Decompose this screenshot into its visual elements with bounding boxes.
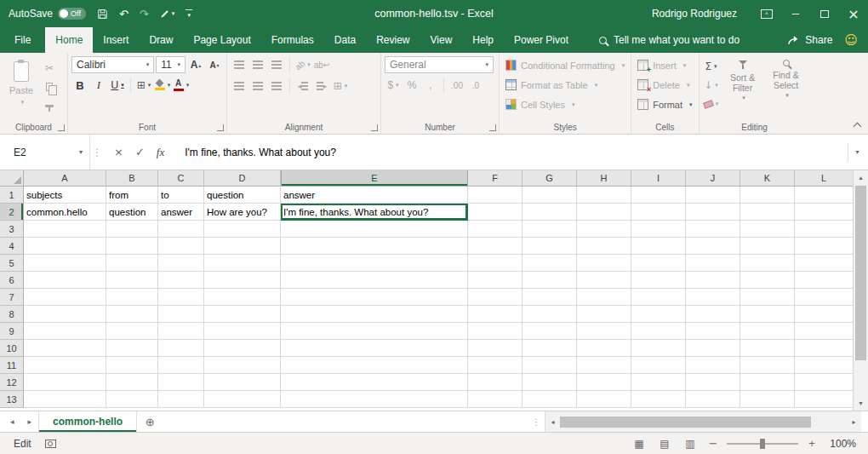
cell-D8[interactable] [204, 306, 281, 323]
autosum-button[interactable]: Σ [703, 58, 720, 75]
cell-G11[interactable] [523, 357, 577, 374]
page-layout-view-button[interactable]: ▤ [655, 435, 674, 452]
cell-H6[interactable] [577, 272, 631, 289]
fill-color-button[interactable] [154, 77, 171, 94]
cancel-button[interactable]: × [114, 146, 123, 158]
cell-L7[interactable] [795, 289, 853, 306]
cell-D12[interactable] [204, 374, 281, 391]
cell-I12[interactable] [631, 374, 686, 391]
scroll-up-arrow[interactable]: ▴ [854, 170, 868, 185]
cell-D7[interactable] [204, 289, 281, 306]
cell-G10[interactable] [523, 340, 577, 357]
cell-L6[interactable] [795, 272, 853, 289]
cell-C2[interactable]: answer [158, 204, 204, 221]
cell-C13[interactable] [158, 391, 204, 408]
cell-B4[interactable] [106, 238, 158, 255]
share-button[interactable]: Share [777, 27, 842, 53]
cell-L3[interactable] [795, 221, 853, 238]
cell-G5[interactable] [523, 255, 577, 272]
cut-button[interactable]: ✂ [41, 60, 58, 77]
cell-J13[interactable] [686, 391, 740, 408]
expand-formula-bar-button[interactable]: ▾ [848, 143, 866, 162]
format-painter-button[interactable] [41, 97, 58, 114]
cell-G1[interactable] [523, 187, 577, 204]
cell-B5[interactable] [106, 255, 158, 272]
cell-I11[interactable] [631, 357, 686, 374]
cell-L10[interactable] [795, 340, 853, 357]
decrease-indent-button[interactable]: ◂ [294, 78, 311, 95]
cell-H2[interactable] [577, 204, 631, 221]
tab-review[interactable]: Review [366, 27, 420, 53]
cell-F12[interactable] [468, 374, 523, 391]
cell-H7[interactable] [577, 289, 631, 306]
cell-J2[interactable] [686, 204, 740, 221]
align-bottom-button[interactable] [268, 56, 285, 73]
cell-H11[interactable] [577, 357, 631, 374]
cell-K7[interactable] [740, 289, 795, 306]
cell-C12[interactable] [158, 374, 204, 391]
tab-insert[interactable]: Insert [93, 27, 139, 53]
alignment-dialog-launcher[interactable] [371, 124, 378, 131]
insert-cells-button[interactable]: Insert [635, 56, 694, 74]
cell-L8[interactable] [795, 306, 853, 323]
format-cells-button[interactable]: Format [635, 95, 694, 113]
formula-input[interactable]: I'm fine, thanks. What about you? [174, 147, 848, 158]
cell-J8[interactable] [686, 306, 740, 323]
tab-file[interactable]: File [0, 27, 45, 53]
cell-K13[interactable] [740, 391, 795, 408]
cell-styles-button[interactable]: Cell Styles [503, 95, 627, 113]
column-header-G[interactable]: G [523, 170, 577, 187]
row-header-10[interactable]: 10 [0, 340, 24, 357]
column-header-D[interactable]: D [204, 170, 281, 187]
cell-F3[interactable] [468, 221, 523, 238]
align-right-button[interactable] [268, 78, 285, 95]
tab-splitter-gripper[interactable]: ⋮ [528, 411, 545, 432]
zoom-percentage[interactable]: 100% [825, 438, 856, 450]
touch-mouse-mode-button[interactable]: ▾ [160, 9, 175, 19]
column-header-L[interactable]: L [795, 170, 853, 187]
bold-button[interactable]: B [71, 77, 89, 94]
cell-A11[interactable] [24, 357, 106, 374]
cell-K6[interactable] [740, 272, 795, 289]
font-size-combo[interactable]: 11 [156, 56, 186, 73]
cell-D9[interactable] [204, 323, 281, 340]
cell-F2[interactable] [468, 204, 523, 221]
cell-D11[interactable] [204, 357, 281, 374]
cell-B3[interactable] [106, 221, 158, 238]
collapse-ribbon-button[interactable] [853, 121, 861, 129]
align-top-button[interactable] [231, 56, 248, 73]
horizontal-scrollbar[interactable]: ◂ ▸ [545, 411, 861, 432]
sheet-tab-common-hello[interactable]: common-hello [38, 411, 137, 432]
enter-button[interactable]: ✓ [135, 146, 145, 158]
cell-A8[interactable] [24, 306, 106, 323]
cell-K12[interactable] [740, 374, 795, 391]
cell-A9[interactable] [24, 323, 106, 340]
find-select-button[interactable]: Find & Select [766, 56, 807, 112]
cell-G7[interactable] [523, 289, 577, 306]
tell-me-search[interactable]: Tell me what you want to do [599, 27, 740, 53]
tab-help[interactable]: Help [462, 27, 504, 53]
cell-J10[interactable] [686, 340, 740, 357]
cell-A13[interactable] [24, 391, 106, 408]
cell-A4[interactable] [24, 238, 106, 255]
cell-J9[interactable] [686, 323, 740, 340]
tab-formulas[interactable]: Formulas [261, 27, 324, 53]
cell-E4[interactable] [281, 238, 468, 255]
cell-I5[interactable] [631, 255, 686, 272]
font-color-button[interactable]: A [173, 77, 190, 94]
tab-draw[interactable]: Draw [139, 27, 183, 53]
user-name[interactable]: Rodrigo Rodriguez [652, 8, 737, 20]
cell-A2[interactable]: common.hello [24, 204, 106, 221]
name-box[interactable]: E2 [0, 135, 90, 170]
cell-G12[interactable] [523, 374, 577, 391]
decrease-font-size-button[interactable]: A▾ [206, 56, 223, 73]
close-button[interactable]: × [839, 0, 868, 27]
row-header-9[interactable]: 9 [0, 323, 24, 340]
column-header-C[interactable]: C [158, 170, 204, 187]
cell-F7[interactable] [468, 289, 523, 306]
row-header-8[interactable]: 8 [0, 306, 24, 323]
cell-A3[interactable] [24, 221, 106, 238]
cell-I13[interactable] [631, 391, 686, 408]
number-format-combo[interactable]: General [385, 56, 494, 73]
tab-view[interactable]: View [420, 27, 463, 53]
